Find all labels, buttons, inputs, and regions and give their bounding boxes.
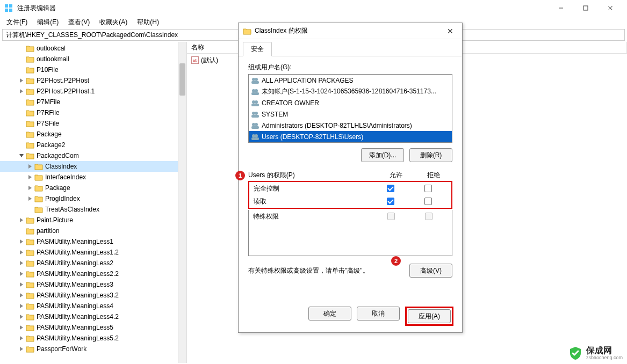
close-button[interactable] [598, 0, 623, 16]
tree-row[interactable]: InterfaceIndex [0, 172, 186, 183]
allow-read-checkbox[interactable] [387, 198, 394, 205]
expander-icon[interactable] [17, 218, 26, 222]
remove-button[interactable]: 删除(R) [409, 148, 452, 162]
tree-row[interactable]: partition [0, 225, 186, 236]
tree-label: PASMUtility.MeaningLess3 [37, 281, 113, 288]
deny-header: 拒绝 [415, 171, 452, 180]
expander-icon[interactable] [26, 186, 34, 190]
expander-icon[interactable] [17, 336, 26, 340]
expander-icon[interactable] [17, 261, 26, 265]
user-row[interactable]: 未知帐户(S-1-15-3-1024-1065365936-1281604716… [249, 86, 452, 97]
tree-row[interactable]: outlookmail [0, 54, 186, 64]
expander-icon[interactable] [17, 304, 26, 308]
menu-edit[interactable]: 编辑(E) [33, 17, 63, 28]
deny-full-control-checkbox[interactable] [424, 185, 432, 192]
dialog-title: ClassIndex 的权限 [255, 26, 308, 35]
tree-row[interactable]: PASMUtility.MeaningLess1 [0, 236, 186, 247]
tree-row[interactable]: TreatAsClassIndex [0, 204, 186, 215]
expander-icon[interactable] [17, 78, 26, 83]
minimize-button[interactable] [549, 0, 573, 16]
folder-icon [34, 195, 43, 202]
tree-row[interactable]: PASMUtility.MeaningLess1.2 [0, 247, 186, 258]
expander-icon[interactable] [17, 325, 26, 330]
expander-icon[interactable] [26, 164, 34, 169]
dialog-footer: 确定 取消 应用(A) [239, 307, 462, 326]
user-row[interactable]: ALL APPLICATION PACKAGES [249, 75, 452, 86]
folder-icon [34, 173, 43, 181]
menu-favorites[interactable]: 收藏夹(A) [95, 17, 132, 28]
tree-label: P7RFile [37, 109, 60, 117]
registry-tree[interactable]: outlookcaloutlookmailP10FileP2PHost.P2PH… [0, 42, 186, 355]
value-name: (默认) [201, 56, 218, 65]
tree-row[interactable]: Paint.Picture [0, 215, 186, 225]
add-button[interactable]: 添加(D)... [361, 148, 404, 162]
tab-security[interactable]: 安全 [243, 42, 272, 56]
tree-row[interactable]: P7MFile [0, 97, 186, 107]
svg-rect-5 [583, 6, 588, 10]
dialog-close-button[interactable]: ✕ [443, 27, 458, 35]
permissions-label: Users 的权限(P) [248, 171, 377, 180]
allow-full-control-checkbox[interactable] [387, 185, 394, 192]
tree-row[interactable]: PASMUtility.MeaningLess4.2 [0, 311, 186, 322]
svg-rect-13 [251, 92, 259, 95]
user-row[interactable]: Administrators (DESKTOP-82TLHLS\Administ… [249, 120, 452, 131]
tree-row[interactable]: PASMUtility.MeaningLess2.2 [0, 268, 186, 279]
expander-icon[interactable] [17, 293, 26, 297]
tree-row[interactable]: PASMUtility.MeaningLess2 [0, 258, 186, 268]
folder-icon [26, 334, 34, 342]
watermark-url: zsbaocheng.com [586, 355, 623, 361]
folder-icon [26, 55, 34, 63]
folder-icon [243, 27, 251, 35]
tree-row[interactable]: PASMUtility.MeaningLess5 [0, 322, 186, 333]
window-controls [549, 0, 623, 16]
svg-point-21 [255, 123, 258, 126]
advanced-button[interactable]: 高级(V) [409, 264, 452, 278]
user-name: ALL APPLICATION PACKAGES [262, 77, 354, 84]
expander-icon[interactable] [17, 347, 26, 351]
tree-row[interactable]: PASMUtility.MeaningLess3.2 [0, 290, 186, 301]
menu-file[interactable]: 文件(F) [2, 17, 32, 28]
tree-row[interactable]: ClassIndex [0, 161, 186, 172]
maximize-button[interactable] [573, 0, 598, 16]
cancel-button[interactable]: 取消 [357, 307, 400, 321]
tree-row[interactable]: Package2 [0, 140, 186, 150]
dialog-titlebar[interactable]: ClassIndex 的权限 ✕ [239, 23, 462, 39]
expander-icon[interactable] [17, 250, 26, 254]
tree-row[interactable]: PASMUtility.MeaningLess3 [0, 279, 186, 290]
tree-row[interactable]: P10File [0, 64, 186, 75]
tree-row[interactable]: P2PHost.P2PHost [0, 75, 186, 86]
tree-row[interactable]: PASMUtility.MeaningLess4 [0, 301, 186, 311]
expander-icon[interactable] [17, 154, 26, 158]
folder-icon [34, 184, 43, 192]
expander-icon[interactable] [17, 239, 26, 244]
deny-read-checkbox[interactable] [424, 198, 432, 205]
tree-label: PASMUtility.MeaningLess1.2 [37, 249, 119, 256]
expander-icon[interactable] [26, 196, 34, 201]
expander-icon[interactable] [17, 272, 26, 276]
expander-icon[interactable] [17, 282, 26, 287]
tree-row[interactable]: P7RFile [0, 107, 186, 118]
tree-row[interactable]: Package [0, 129, 186, 140]
user-row[interactable]: Users (DESKTOP-82TLHLS\Users) [249, 131, 452, 142]
permissions-box-rest: 特殊权限 [248, 210, 452, 256]
menu-help[interactable]: 帮助(H) [133, 17, 163, 28]
expander-icon[interactable] [26, 175, 34, 179]
ok-button[interactable]: 确定 [308, 307, 351, 321]
user-row[interactable]: CREATOR OWNER [249, 97, 452, 108]
user-row[interactable]: SYSTEM [249, 108, 452, 120]
menu-view[interactable]: 查看(V) [64, 17, 94, 28]
tree-row[interactable]: PASMUtility.MeaningLess5.2 [0, 333, 186, 344]
tree-scrollbar[interactable] [178, 42, 186, 363]
users-listbox[interactable]: ALL APPLICATION PACKAGES未知帐户(S-1-15-3-10… [248, 74, 452, 143]
tree-row[interactable]: Package [0, 183, 186, 193]
expander-icon[interactable] [17, 315, 26, 319]
apply-button[interactable]: 应用(A) [408, 309, 451, 323]
allow-special-checkbox [387, 213, 395, 220]
tree-row[interactable]: P2PHost.P2PHost.1 [0, 86, 186, 97]
tree-row[interactable]: P7SFile [0, 118, 186, 129]
tree-row[interactable]: outlookcal [0, 43, 186, 54]
tree-row[interactable]: PackagedCom [0, 150, 186, 161]
expander-icon[interactable] [17, 89, 26, 93]
tree-row[interactable]: PassportForWork [0, 344, 186, 354]
tree-row[interactable]: ProgIdIndex [0, 193, 186, 204]
